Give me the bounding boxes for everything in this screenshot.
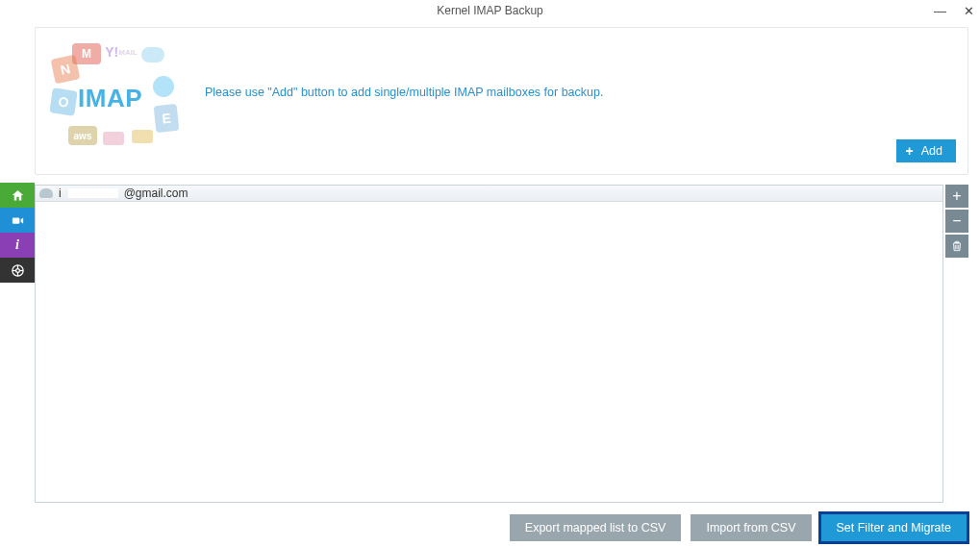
outlook-icon: O (49, 87, 77, 115)
sidebar-video[interactable] (0, 208, 35, 233)
set-filter-migrate-button[interactable]: Set Filter and Migrate (821, 514, 967, 541)
svg-point-2 (15, 268, 19, 272)
titlebar: Kernel IMAP Backup — ✕ (0, 0, 980, 21)
imap-illustration: M Y!MAIL N O E aws IMAP (47, 37, 191, 153)
video-icon (11, 213, 25, 228)
thunderbird-icon (153, 76, 174, 97)
list-actions: + − (945, 185, 968, 503)
hero-panel: M Y!MAIL N O E aws IMAP Please use "Add"… (35, 27, 968, 175)
trash-icon (950, 239, 964, 253)
footer-bar: Export mapped list to CSV Import from CS… (0, 509, 980, 547)
sidebar-home[interactable] (0, 183, 35, 208)
export-csv-button[interactable]: Export mapped list to CSV (510, 514, 682, 541)
yahoo-icon: Y!MAIL (105, 41, 138, 62)
list-remove-button[interactable]: − (945, 210, 968, 233)
list-item[interactable]: i @gmail.com (36, 186, 942, 202)
hero-instruction: Please use "Add" button to add single/mu… (205, 37, 603, 99)
sidebar: i (0, 183, 35, 283)
minus-icon: − (952, 212, 961, 230)
info-icon: i (15, 237, 19, 253)
main-content: M Y!MAIL N O E aws IMAP Please use "Add"… (35, 21, 968, 514)
window-title: Kernel IMAP Backup (0, 4, 980, 17)
home-icon (11, 188, 25, 203)
mail-caption: MAIL (118, 48, 138, 57)
cloud-icon (39, 188, 53, 198)
help-icon (11, 263, 25, 278)
mailbox-listbox[interactable]: i @gmail.com (35, 185, 943, 503)
close-button[interactable]: ✕ (964, 4, 974, 18)
add-button[interactable]: + Add (896, 139, 956, 162)
list-add-button[interactable]: + (945, 185, 968, 208)
email-prefix: i (59, 186, 63, 200)
svg-rect-0 (12, 217, 19, 223)
sidebar-info[interactable]: i (0, 233, 35, 258)
sidebar-help[interactable] (0, 258, 35, 283)
notes-icon: N (51, 55, 81, 85)
misc-icon-1 (103, 132, 124, 145)
mailbox-list-zone: i @gmail.com + − (35, 185, 968, 503)
misc-icon-2 (132, 130, 153, 143)
exchange-icon: E (154, 104, 180, 133)
plus-icon: + (952, 187, 961, 205)
aws-icon: aws (68, 126, 97, 145)
chat-icon (141, 47, 164, 62)
minimize-button[interactable]: — (934, 4, 946, 18)
list-delete-button[interactable] (945, 235, 968, 258)
email-masked (68, 188, 118, 198)
imap-label: IMAP (78, 84, 142, 113)
window-controls: — ✕ (934, 0, 974, 21)
email-suffix: @gmail.com (124, 186, 188, 200)
import-csv-button[interactable]: Import from CSV (691, 514, 811, 541)
plus-icon: + (906, 144, 914, 158)
add-button-label: Add (921, 144, 942, 158)
